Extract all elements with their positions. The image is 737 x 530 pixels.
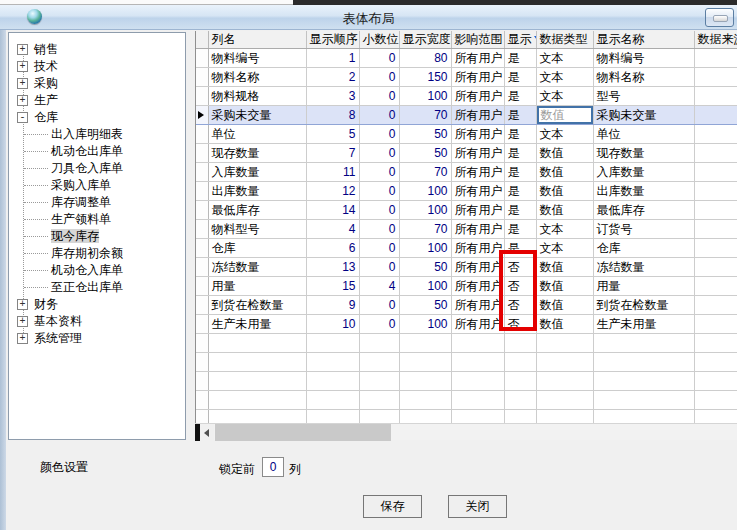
cell-decimals[interactable]: 0 — [359, 125, 399, 144]
cell-display[interactable]: 到货在检数量 — [593, 296, 694, 315]
cell-type[interactable]: 文本 — [536, 220, 593, 239]
cell-display[interactable]: 单位 — [593, 125, 694, 144]
cell-type[interactable]: 数值 — [536, 201, 593, 220]
lock-columns-input[interactable] — [262, 457, 284, 477]
cell-source[interactable] — [694, 258, 737, 277]
cell-decimals[interactable]: 0 — [359, 49, 399, 68]
cell-scope[interactable]: 所有用户 — [451, 125, 504, 144]
cell-width[interactable]: 100 — [399, 239, 451, 258]
cell-decimals[interactable]: 0 — [359, 68, 399, 87]
cell-visible[interactable]: 是 — [504, 49, 536, 68]
cell-scope[interactable]: 所有用户 — [451, 239, 504, 258]
cell-name[interactable]: 物料型号 — [208, 220, 306, 239]
table-row[interactable]: 物料名称20150所有用户是文本物料名称 — [196, 68, 737, 87]
column-header[interactable]: 显示 — [504, 31, 536, 49]
cell-type[interactable]: 文本 — [536, 125, 593, 144]
cell-source[interactable] — [694, 163, 737, 182]
cell-scope[interactable]: 所有用户 — [451, 163, 504, 182]
cell-visible[interactable]: 是 — [504, 201, 536, 220]
cell-visible[interactable]: 是 — [504, 125, 536, 144]
cell-display[interactable]: 冻结数量 — [593, 258, 694, 277]
table-row[interactable]: 用量154100所有用户否数值用量 — [196, 277, 737, 296]
cell-name[interactable]: 仓库 — [208, 239, 306, 258]
cell-name[interactable]: 用量 — [208, 277, 306, 296]
cell-order[interactable]: 11 — [306, 163, 359, 182]
tree-item[interactable]: +采购 — [9, 75, 185, 92]
expand-icon[interactable]: + — [17, 78, 28, 89]
cell-visible[interactable]: 是 — [504, 144, 536, 163]
table-row[interactable]: 物料规格30100所有用户是文本型号 — [196, 87, 737, 106]
tree-item[interactable]: 库存调整单 — [9, 194, 185, 211]
color-settings-label[interactable]: 颜色设置 — [40, 459, 88, 476]
table-row[interactable]: 冻结数量13050所有用户否数值冻结数量 — [196, 258, 737, 277]
tree-item[interactable]: 机动仓出库单 — [9, 143, 185, 160]
cell-name[interactable]: 现存数量 — [208, 144, 306, 163]
cell-width[interactable]: 100 — [399, 87, 451, 106]
cell-visible[interactable]: 是 — [504, 106, 536, 125]
cell-type[interactable]: 文本 — [536, 87, 593, 106]
cell-width[interactable]: 50 — [399, 258, 451, 277]
table-row[interactable]: 仓库60100所有用户是文本仓库 — [196, 239, 737, 258]
column-header[interactable]: 影响范围 — [451, 31, 504, 49]
cell-order[interactable]: 1 — [306, 49, 359, 68]
cell-name[interactable]: 到货在检数量 — [208, 296, 306, 315]
cell-display[interactable]: 物料名称 — [593, 68, 694, 87]
table-row[interactable]: 入库数量11070所有用户是数值入库数量 — [196, 163, 737, 182]
cell-decimals[interactable]: 0 — [359, 163, 399, 182]
cell-source[interactable] — [694, 220, 737, 239]
expand-icon[interactable]: + — [17, 95, 28, 106]
scroll-left-button[interactable] — [200, 424, 214, 441]
cell-scope[interactable]: 所有用户 — [451, 49, 504, 68]
cell-order[interactable]: 7 — [306, 144, 359, 163]
cell-decimals[interactable]: 0 — [359, 296, 399, 315]
cell-decimals[interactable]: 0 — [359, 201, 399, 220]
cell-display[interactable]: 物料编号 — [593, 49, 694, 68]
expand-icon[interactable]: + — [17, 333, 28, 344]
cell-order[interactable]: 2 — [306, 68, 359, 87]
table-row[interactable]: 到货在检数量9050所有用户否数值到货在检数量 — [196, 296, 737, 315]
cell-order[interactable]: 14 — [306, 201, 359, 220]
cell-source[interactable] — [694, 182, 737, 201]
cell-type[interactable]: 数值 — [536, 144, 593, 163]
cell-source[interactable] — [694, 239, 737, 258]
cell-scope[interactable]: 所有用户 — [451, 315, 504, 334]
tree-item[interactable]: 库存期初余额 — [9, 245, 185, 262]
cell-source[interactable] — [694, 277, 737, 296]
cell-type[interactable]: 数值 — [536, 315, 593, 334]
column-header[interactable]: 列名 — [208, 31, 306, 49]
cell-width[interactable]: 100 — [399, 277, 451, 296]
cell-width[interactable]: 50 — [399, 125, 451, 144]
dialog-titlebar[interactable]: 表体布局 — [0, 5, 737, 30]
cell-visible[interactable]: 是 — [504, 182, 536, 201]
cell-name[interactable]: 物料规格 — [208, 87, 306, 106]
table-row[interactable]: 出库数量120100所有用户是数值出库数量 — [196, 182, 737, 201]
tree-item[interactable]: +系统管理 — [9, 330, 185, 347]
table-row[interactable]: 现存数量7050所有用户是数值现存数量 — [196, 144, 737, 163]
cell-name[interactable]: 单位 — [208, 125, 306, 144]
table-row[interactable]: 单位5050所有用户是文本单位 — [196, 125, 737, 144]
cell-type[interactable]: 数值 — [536, 182, 593, 201]
save-button[interactable]: 保存 — [363, 495, 422, 518]
cell-width[interactable]: 150 — [399, 68, 451, 87]
cell-source[interactable] — [694, 296, 737, 315]
cell-decimals[interactable]: 0 — [359, 87, 399, 106]
cell-order[interactable]: 8 — [306, 106, 359, 125]
cell-width[interactable]: 100 — [399, 182, 451, 201]
cell-name[interactable]: 冻结数量 — [208, 258, 306, 277]
column-header[interactable]: 显示宽度 — [399, 31, 451, 49]
cell-display[interactable]: 出库数量 — [593, 182, 694, 201]
cell-visible[interactable]: 是 — [504, 68, 536, 87]
cell-source[interactable] — [694, 125, 737, 144]
cell-display[interactable]: 最低库存 — [593, 201, 694, 220]
horizontal-scrollbar[interactable] — [195, 423, 737, 440]
column-header[interactable]: 显示顺序 — [306, 31, 359, 49]
cell-width[interactable]: 80 — [399, 49, 451, 68]
scrollbar-thumb[interactable] — [215, 424, 391, 441]
column-header[interactable]: 数据来源 — [694, 31, 737, 49]
cell-order[interactable]: 5 — [306, 125, 359, 144]
cell-order[interactable]: 4 — [306, 220, 359, 239]
cell-type[interactable]: 文本 — [536, 239, 593, 258]
cell-scope[interactable]: 所有用户 — [451, 277, 504, 296]
cell-source[interactable] — [694, 144, 737, 163]
cell-scope[interactable]: 所有用户 — [451, 201, 504, 220]
